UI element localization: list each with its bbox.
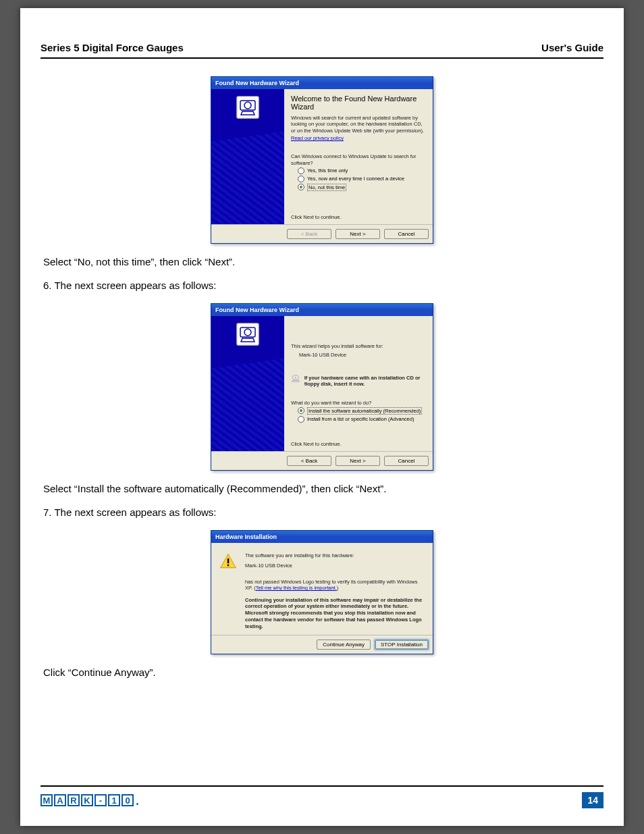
continue-anyway-button[interactable]: Continue Anyway (317, 640, 371, 650)
step-6-text: 6. The next screen appears as follows: (41, 280, 603, 291)
page-header: Series 5 Digital Force Gauges User's Gui… (41, 42, 603, 53)
svg-point-5 (295, 377, 296, 378)
hw-logo-text: has not passed Windows Logo testing to v… (245, 579, 425, 592)
hardware-wizard-2: Found New Hardware Wizard This wizard he… (211, 303, 433, 471)
dialog-titlebar: Found New Hardware Wizard (211, 304, 433, 316)
next-button[interactable]: Next > (336, 456, 380, 466)
wizard2-line1: This wizard helps you install software f… (291, 343, 426, 349)
wizard-continue: Click Next to continue. (291, 201, 426, 220)
dialog-titlebar: Found New Hardware Wizard (211, 77, 433, 89)
header-right: User's Guide (541, 42, 603, 53)
wizard-question: Can Windows connect to Windows Update to… (291, 153, 426, 166)
svg-rect-7 (227, 565, 229, 566)
next-button[interactable]: Next > (336, 229, 380, 239)
wizard-side-graphic (211, 316, 284, 451)
instruction-text-2: Select “Install the software automatical… (41, 483, 603, 494)
warning-icon (219, 552, 237, 570)
privacy-link[interactable]: Read our privacy policy (291, 135, 344, 141)
radio-manual[interactable]: Install from a list or specific location… (298, 416, 426, 423)
radio-no[interactable]: No, not this time (298, 184, 426, 191)
logo-testing-link[interactable]: Tell me why this testing is important. (256, 585, 337, 591)
cd-icon (291, 375, 300, 386)
cd-note: If your hardware came with an installati… (304, 375, 426, 388)
radio-auto[interactable]: Install the software automatically (Reco… (298, 407, 426, 415)
svg-point-3 (244, 329, 251, 336)
hw-line1: The software you are installing for this… (245, 552, 425, 558)
wizard-side-graphic (211, 89, 284, 224)
step-7-text: 7. The next screen appears as follows: (41, 506, 603, 518)
wizard2-question: What do you want the wizard to do? (291, 400, 426, 406)
document-page: Series 5 Digital Force Gauges User's Gui… (20, 8, 624, 826)
install-icon (236, 323, 259, 346)
radio-yes-always[interactable]: Yes, now and every time I connect a devi… (298, 176, 426, 182)
instruction-text-3: Click “Continue Anyway”. (41, 667, 603, 678)
wizard2-device: Mark-10 USB Device (299, 352, 426, 358)
dialog-titlebar: Hardware Installation (211, 531, 433, 543)
svg-point-1 (244, 102, 251, 109)
wizard-heading: Welcome to the Found New Hardware Wizard (291, 95, 426, 111)
hardware-installation-dialog: Hardware Installation The software you a… (211, 530, 433, 654)
instruction-text: Select “No, not this time”, then click “… (41, 256, 603, 267)
footer-rule (41, 785, 603, 787)
radio-yes-once[interactable]: Yes, this time only (298, 167, 426, 174)
hw-device: Mark-10 USB Device (245, 563, 425, 569)
install-icon (236, 96, 259, 119)
back-button[interactable]: < Back (287, 456, 331, 466)
page-number: 14 (582, 792, 603, 808)
mark-10-logo: M A R K - 1 0 (41, 794, 138, 806)
hardware-wizard-1: Found New Hardware Wizard Welcome to the… (211, 76, 433, 244)
cancel-button[interactable]: Cancel (384, 229, 429, 239)
wizard-intro: Windows will search for current and upda… (291, 115, 426, 134)
svg-rect-6 (227, 558, 229, 563)
cancel-button[interactable]: Cancel (384, 456, 429, 466)
back-button: < Back (287, 229, 331, 239)
wizard2-continue: Click Next to continue. (291, 432, 426, 447)
page-footer: M A R K - 1 0 14 (41, 785, 603, 808)
logo-dot (136, 803, 138, 805)
hw-warning: Continuing your installation of this sof… (245, 597, 425, 630)
header-left: Series 5 Digital Force Gauges (41, 42, 184, 53)
stop-installation-button[interactable]: STOP Installation (375, 640, 429, 650)
